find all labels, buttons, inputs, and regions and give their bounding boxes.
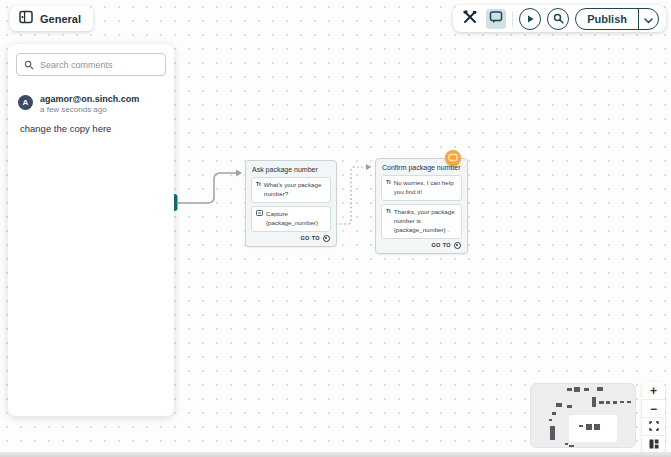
avatar: A xyxy=(18,95,33,110)
solid-edge xyxy=(177,173,236,203)
comments-panel: A agamor@on.sinch.com a few seconds ago … xyxy=(8,44,174,416)
text-message-icon: Tt xyxy=(386,179,391,186)
flow-panel-icon xyxy=(19,10,33,28)
minimap-node xyxy=(567,388,572,391)
toolbar-divider xyxy=(512,11,513,27)
minimap-node xyxy=(579,425,583,427)
minimap-node xyxy=(620,401,624,403)
search-comments-input[interactable] xyxy=(40,60,158,70)
comment-bubble-icon xyxy=(489,10,503,28)
minimap-node xyxy=(552,412,556,415)
search-comments-box[interactable] xyxy=(16,53,166,76)
text-message-icon: Tt xyxy=(256,181,261,188)
tab-general[interactable]: General xyxy=(10,6,93,31)
publish-dropdown-button[interactable] xyxy=(638,9,658,29)
minimap-node xyxy=(627,401,631,403)
flow-node-confirm-package-number[interactable]: Confirm package number Tt No worries, I … xyxy=(375,158,468,254)
minimap-viewport[interactable] xyxy=(569,415,617,442)
node-title: Ask package number xyxy=(252,166,330,173)
canvas-controls: + − xyxy=(642,382,665,453)
chevron-down-icon xyxy=(644,10,653,28)
comment-timestamp: a few seconds ago xyxy=(40,105,139,115)
text-message-card[interactable]: Tt Thanks, your package number is {packa… xyxy=(381,204,462,239)
capture-input-icon xyxy=(256,210,263,218)
search-icon xyxy=(24,56,34,74)
node-comment-badge[interactable] xyxy=(445,150,461,166)
minimap-node xyxy=(599,401,604,404)
minimap-node xyxy=(613,401,617,404)
comments-toggle-button[interactable] xyxy=(486,9,506,29)
fit-view-button[interactable] xyxy=(642,418,665,436)
message-text: No worries, I can help you find it! xyxy=(394,179,457,197)
play-icon xyxy=(525,10,535,28)
minimap-node xyxy=(586,424,592,430)
minimap-node xyxy=(556,403,562,407)
goto-label: GO TO xyxy=(300,235,320,241)
minimap-node xyxy=(574,387,580,392)
text-message-icon: Tt xyxy=(386,208,391,215)
minimap-node xyxy=(592,397,596,407)
minimap-node xyxy=(606,401,610,404)
comment-author: agamor@on.sinch.com xyxy=(40,94,139,105)
tab-general-label: General xyxy=(40,13,81,25)
minimap-node xyxy=(569,445,574,448)
minimap-node xyxy=(584,388,589,391)
minimap-node xyxy=(550,426,555,440)
comment-item[interactable]: A agamor@on.sinch.com a few seconds ago … xyxy=(8,88,174,140)
window-bottom-edge xyxy=(0,452,671,457)
minimap-node xyxy=(567,405,572,408)
message-text: What's your package number? xyxy=(264,181,326,199)
search-icon xyxy=(553,10,564,28)
capture-text: Capture {package_number} xyxy=(266,210,326,228)
build-tools-button[interactable] xyxy=(460,9,480,29)
text-message-card[interactable]: Tt What's your package number? xyxy=(251,177,331,203)
text-message-card[interactable]: Tt No worries, I can help you find it! xyxy=(381,175,462,201)
publish-button-group: Publish xyxy=(575,8,659,30)
fit-view-icon xyxy=(649,420,659,434)
crossed-tools-icon xyxy=(462,9,478,29)
flow-node-ask-package-number[interactable]: Ask package number Tt What's your packag… xyxy=(245,160,337,247)
minimap-node xyxy=(597,387,603,391)
search-button[interactable] xyxy=(547,8,569,30)
comment-bubble-icon xyxy=(448,149,458,167)
comment-text: change the copy here xyxy=(20,123,164,134)
goto-target-icon[interactable] xyxy=(323,235,330,242)
minimap-node xyxy=(565,443,568,445)
capture-input-card[interactable]: Capture {package_number} xyxy=(251,206,331,232)
goto-target-icon[interactable] xyxy=(454,242,461,249)
minimap-node xyxy=(594,424,600,430)
test-bot-button[interactable] xyxy=(519,8,541,30)
layout-minimap-icon xyxy=(649,438,659,452)
zoom-out-button[interactable]: − xyxy=(642,400,665,418)
top-toolbar: Publish xyxy=(453,5,666,32)
goto-label: GO TO xyxy=(431,242,451,248)
publish-button[interactable]: Publish xyxy=(576,9,638,29)
minimap-node xyxy=(549,419,552,421)
minimap[interactable] xyxy=(530,383,636,448)
solid-edge-arrow xyxy=(236,170,242,177)
zoom-in-button[interactable]: + xyxy=(642,382,665,400)
dashed-edge xyxy=(336,167,366,224)
message-text: Thanks, your package number is {package_… xyxy=(394,208,457,235)
toggle-minimap-button[interactable] xyxy=(642,436,665,453)
dashed-edge-arrow xyxy=(366,164,372,170)
